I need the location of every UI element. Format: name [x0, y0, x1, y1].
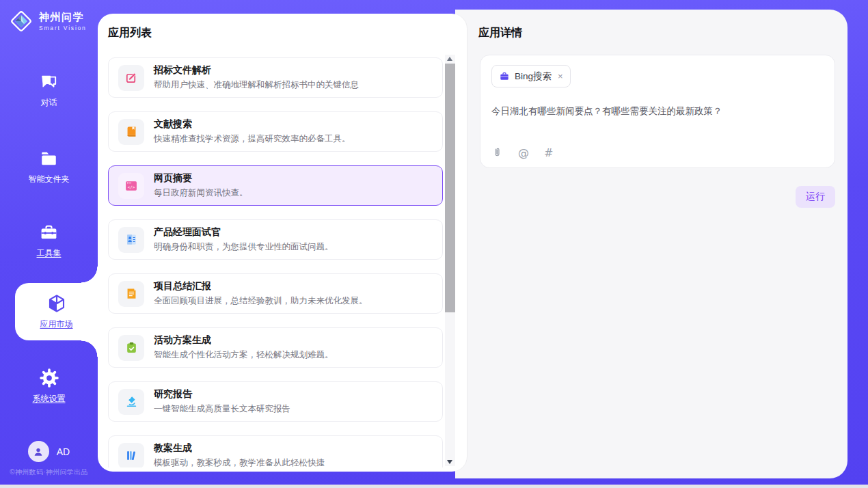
books-icon	[125, 449, 138, 462]
app-logo: 神州问学 Smart Vision	[8, 8, 87, 34]
sidebar-item-label: 工具集	[37, 247, 62, 259]
prompt-input-card[interactable]: Bing搜索 × 今日湖北有哪些新闻要点？有哪些需要关注的最新政策？ @#	[480, 55, 835, 168]
app-cards: 招标文件解析帮助用户快速、准确地理解和解析招标书中的关键信息文献搜索快速精准查找…	[108, 57, 443, 467]
webpage-icon: </>	[124, 179, 138, 193]
note-icon	[125, 287, 138, 300]
run-button[interactable]: 运行	[796, 186, 835, 208]
app-card-desc: 模板驱动，教案秒成，教学准备从此轻松快捷	[154, 457, 325, 467]
svg-text:</>: </>	[128, 185, 135, 189]
close-icon[interactable]: ×	[558, 71, 563, 81]
scrollbar[interactable]	[445, 55, 455, 466]
user-row[interactable]: AD	[0, 441, 98, 462]
app-icon-tile	[118, 443, 144, 468]
detail-panel-title: 应用详情	[478, 26, 522, 40]
user-icon	[32, 446, 44, 458]
app-card-title: 活动方案生成	[154, 334, 334, 347]
app-card-desc: 智能生成个性化活动方案，轻松解决规划难题。	[154, 349, 334, 361]
app-card[interactable]: 项目总结汇报全面回顾项目进展，总结经验教训，助力未来优化发展。	[108, 273, 443, 314]
copyright: ©神州数码·神州问学出品	[0, 467, 98, 477]
sidebar-item-chat[interactable]: 对话	[0, 72, 98, 109]
app-card-title: 文献搜索	[154, 118, 351, 131]
tool-tag[interactable]: Bing搜索 ×	[491, 65, 571, 87]
app-card[interactable]: </>网页摘要每日政府新闻资讯快查。	[108, 165, 443, 206]
user-initials: AD	[57, 446, 70, 457]
cube-icon	[46, 293, 67, 314]
sidebar-item-label: 应用市场	[40, 318, 73, 330]
sidebar-item-tools[interactable]: 工具集	[0, 223, 98, 259]
sidebar-item-settings[interactable]: 系统设置	[0, 368, 98, 405]
avatar[interactable]	[28, 441, 49, 462]
research-icon	[125, 395, 138, 408]
app-card[interactable]: 研究报告一键智能生成高质量长文本研究报告	[108, 381, 443, 422]
book-icon	[125, 125, 138, 138]
paperclip-icon[interactable]	[491, 146, 503, 159]
app-card[interactable]: 教案生成模板驱动，教案秒成，教学准备从此轻松快捷	[108, 435, 443, 467]
app-detail-panel: 应用详情 Bing搜索 × 今日湖北有哪些新闻要点？有哪些需要关注的最新政策？ …	[455, 10, 847, 478]
list-panel-title: 应用列表	[108, 26, 152, 40]
app-icon-tile: </>	[118, 173, 144, 199]
app-card-title: 产品经理面试官	[154, 226, 334, 239]
scroll-up-icon[interactable]	[447, 57, 452, 61]
sidebar-item-label: 对话	[41, 97, 57, 109]
app-card-desc: 快速精准查找学术资源，提高研究效率的必备工具。	[154, 133, 351, 145]
app-card-desc: 每日政府新闻资讯快查。	[154, 187, 248, 199]
folder-icon	[39, 149, 59, 169]
app-card[interactable]: 招标文件解析帮助用户快速、准确地理解和解析招标书中的关键信息	[108, 57, 443, 98]
prompt-input[interactable]: 今日湖北有哪些新闻要点？有哪些需要关注的最新政策？	[491, 105, 824, 118]
input-toolbar: @#	[491, 146, 553, 159]
app-icon-tile	[118, 281, 144, 307]
app-card-title: 项目总结汇报	[154, 280, 368, 293]
app-card-desc: 帮助用户快速、准确地理解和解析招标书中的关键信息	[154, 79, 359, 91]
chat-icon	[39, 72, 59, 92]
app-card[interactable]: 文献搜索快速精准查找学术资源，提高研究效率的必备工具。	[108, 111, 443, 152]
brand-diamond-icon	[8, 8, 34, 34]
toolbox-icon	[39, 223, 59, 243]
sidebar-item-market[interactable]: 应用市场	[15, 283, 98, 340]
sidebar-item-folders[interactable]: 智能文件夹	[0, 149, 98, 185]
scroll-down-icon[interactable]	[447, 460, 452, 464]
gear-icon	[39, 368, 59, 388]
bottom-edge-strip	[0, 485, 868, 488]
app-card-title: 网页摘要	[154, 172, 248, 185]
app-card-desc: 明确身份和职责，为您提供专业性的面试问题。	[154, 241, 334, 253]
interview-icon	[125, 233, 138, 246]
app-card[interactable]: 活动方案生成智能生成个性化活动方案，轻松解决规划难题。	[108, 327, 443, 368]
sidebar-item-label: 系统设置	[33, 393, 66, 405]
app-icon-tile	[118, 65, 144, 91]
edit-icon	[125, 71, 138, 84]
brand-name: 神州问学	[39, 11, 87, 24]
scrollbar-thumb[interactable]	[445, 64, 455, 312]
app-card-title: 研究报告	[154, 388, 290, 401]
app-icon-tile	[118, 119, 144, 145]
app-icon-tile	[118, 227, 144, 253]
app-card-title: 教案生成	[154, 442, 325, 455]
tool-tag-label: Bing搜索	[515, 70, 552, 83]
app-icon-tile	[118, 335, 144, 361]
app-card[interactable]: 产品经理面试官明确身份和职责，为您提供专业性的面试问题。	[108, 219, 443, 260]
sidebar-item-label: 智能文件夹	[29, 174, 70, 185]
brand-subtitle: Smart Vision	[39, 25, 87, 31]
app-card-desc: 一键智能生成高质量长文本研究报告	[154, 403, 290, 415]
at-icon[interactable]: @	[518, 148, 529, 159]
app-card-title: 招标文件解析	[154, 64, 359, 77]
clipboard-icon	[125, 341, 138, 354]
briefcase-icon	[499, 71, 510, 82]
app-list-panel: 应用列表 招标文件解析帮助用户快速、准确地理解和解析招标书中的关键信息文献搜索快…	[98, 14, 467, 472]
hash-icon[interactable]: #	[544, 148, 553, 159]
sidebar: 神州问学 Smart Vision 对话智能文件夹工具集应用市场系统设置 AD …	[0, 0, 98, 488]
app-card-desc: 全面回顾项目进展，总结经验教训，助力未来优化发展。	[154, 295, 368, 307]
app-icon-tile	[118, 389, 144, 415]
